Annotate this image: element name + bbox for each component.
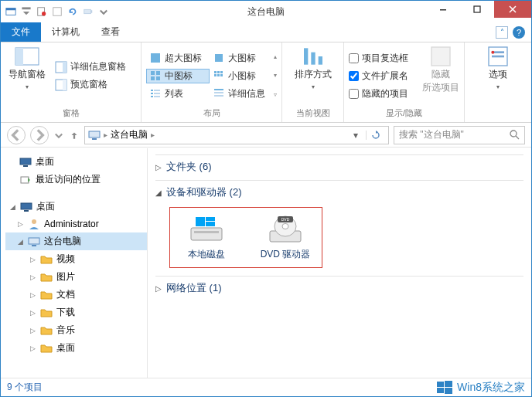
folder-icon [40, 324, 53, 337]
desktop-icon [20, 201, 32, 213]
drive-dvd[interactable]: DVD DVD 驱动器 [257, 214, 314, 261]
hidden-items-toggle[interactable]: 隐藏的项目 [349, 87, 422, 101]
file-extensions-toggle[interactable]: 文件扩展名 [349, 69, 422, 83]
expand-icon[interactable]: ◢ [9, 203, 16, 211]
hidden-items-checkbox[interactable] [349, 89, 359, 99]
expand-icon[interactable]: ▷ [29, 327, 36, 334]
svg-rect-49 [23, 165, 28, 167]
folder-icon [40, 342, 53, 355]
layout-large-button[interactable]: 大图标 [210, 51, 273, 66]
devices-highlight-box: 本地磁盘 DVD DVD 驱动器 [169, 207, 322, 268]
tree-folder-desktop[interactable]: ▷ 桌面 [5, 339, 147, 357]
ribbon-group-panes: 导航窗格 ▾ 详细信息窗格 预览窗格 窗格 [1, 42, 142, 122]
qat-dropdown-icon[interactable] [19, 5, 33, 19]
file-extensions-checkbox[interactable] [349, 71, 359, 81]
section-folders[interactable]: ▷ 文件夹 (6) [155, 155, 523, 178]
minimize-button[interactable] [426, 1, 460, 18]
tree-administrator[interactable]: ▷ Administrator [5, 215, 147, 232]
address-bar[interactable]: ▸ 这台电脑 ▸ ▾ [84, 126, 389, 144]
tree-this-pc[interactable]: ◢ 这台电脑 [5, 232, 147, 250]
ribbon-group-layout: 超大图标 中图标 列表 大图标 小图标 [142, 42, 282, 122]
svg-rect-48 [20, 158, 31, 165]
expand-icon[interactable]: ▷ [29, 309, 36, 317]
refresh-button[interactable] [366, 131, 385, 140]
layout-details-button[interactable]: 详细信息 [210, 87, 273, 101]
main-area: 桌面 最近访问的位置 ◢ 桌面 ▷ Administrator ◢ 这台电脑 ▷… [1, 148, 531, 378]
sort-by-icon [301, 47, 326, 66]
up-button[interactable] [69, 126, 80, 144]
options-button[interactable]: 选项 ▾ [476, 46, 520, 108]
expand-icon[interactable]: ▷ [29, 256, 36, 263]
expand-icon[interactable]: ▷ [29, 273, 36, 281]
ribbon-group-layout-label: 布局 [146, 106, 277, 122]
close-button[interactable] [494, 1, 531, 18]
layout-extra-large-button[interactable]: 超大图标 [146, 51, 210, 66]
tree-downloads[interactable]: ▷ 下载 [5, 304, 147, 321]
qat-properties-icon[interactable] [35, 5, 49, 19]
forward-button[interactable] [30, 126, 49, 144]
quick-access-toolbar [1, 5, 111, 19]
tab-computer[interactable]: 计算机 [41, 22, 90, 42]
list-icon [149, 87, 162, 100]
recent-icon [19, 174, 32, 186]
back-button[interactable] [7, 126, 26, 144]
layout-small-button[interactable]: 小图标 [210, 69, 273, 83]
navigation-pane-button[interactable]: 导航窗格 ▾ [5, 46, 49, 106]
svg-rect-66 [437, 382, 444, 387]
collapse-ribbon-button[interactable]: ˄ [496, 26, 508, 39]
qat-redo-icon[interactable] [81, 5, 95, 19]
navigation-pane-icon [15, 47, 39, 66]
expand-icon[interactable]: ▷ [29, 291, 36, 299]
details-pane-icon [55, 61, 67, 73]
recent-locations-button[interactable] [53, 126, 64, 144]
tree-documents[interactable]: ▷ 文档 [5, 286, 147, 304]
breadcrumb-separator-icon[interactable]: ▸ [104, 131, 107, 139]
breadcrumb-separator-icon[interactable]: ▸ [151, 131, 155, 139]
preview-pane-button[interactable]: 预览窗格 [52, 77, 129, 92]
section-devices[interactable]: ◢ 设备和驱动器 (2) [155, 181, 523, 204]
breadcrumb-root[interactable]: 这台电脑 [111, 128, 148, 141]
expand-icon[interactable]: ▷ [29, 344, 36, 352]
svg-text:DVD: DVD [281, 217, 290, 222]
section-network[interactable]: ▷ 网络位置 (1) [155, 277, 523, 300]
layout-scroll[interactable]: ▴▾▿ [272, 46, 277, 106]
search-box[interactable]: 搜索 "这台电脑" [394, 126, 525, 144]
item-checkboxes-toggle[interactable]: 项目复选框 [349, 51, 422, 66]
details-pane-button[interactable]: 详细信息窗格 [52, 59, 129, 74]
tab-view[interactable]: 查看 [90, 22, 131, 42]
details-icon [213, 87, 225, 100]
expand-icon[interactable]: ▷ [16, 220, 24, 228]
tree-quick-recent[interactable]: 最近访问的位置 [5, 171, 147, 188]
tree-desktop-root[interactable]: ◢ 桌面 [5, 198, 147, 215]
address-dropdown-icon[interactable]: ▾ [349, 130, 363, 141]
navigation-pane-label: 导航窗格 [9, 68, 46, 81]
layout-list-button[interactable]: 列表 [146, 87, 210, 101]
hide-selected-button[interactable]: 隐藏 所选项目 [422, 46, 459, 106]
expand-icon[interactable]: ◢ [16, 238, 24, 246]
help-button[interactable]: ? [513, 26, 525, 39]
status-item-count: 9 个项目 [7, 381, 43, 394]
svg-rect-7 [91, 10, 93, 13]
ribbon-group-current-view-label: 当前视图 [287, 106, 339, 122]
tree-pictures[interactable]: ▷ 图片 [5, 268, 147, 286]
svg-rect-5 [53, 8, 62, 16]
drive-local-disk[interactable]: 本地磁盘 [178, 214, 235, 261]
qat-undo-icon[interactable] [66, 5, 80, 19]
item-checkboxes-checkbox[interactable] [349, 53, 359, 63]
sort-by-button[interactable]: 排序方式 ▾ [292, 46, 335, 106]
qat-new-folder-icon[interactable] [50, 5, 64, 19]
maximize-button[interactable] [460, 1, 494, 18]
chevron-right-icon: ▷ [155, 163, 162, 171]
content-pane: ▷ 文件夹 (6) ◢ 设备和驱动器 (2) 本地磁盘 DVD DVD 驱动器 [148, 148, 531, 378]
ribbon-group-options: 选项 ▾ [465, 42, 531, 122]
tree-videos[interactable]: ▷ 视频 [5, 250, 147, 268]
tab-file[interactable]: 文件 [1, 22, 41, 42]
layout-medium-button[interactable]: 中图标 [146, 69, 210, 83]
search-icon[interactable] [510, 130, 520, 140]
svg-rect-40 [431, 47, 450, 66]
tree-quick-desktop[interactable]: 桌面 [5, 153, 147, 171]
qat-more-icon[interactable] [97, 5, 111, 19]
tree-music[interactable]: ▷ 音乐 [5, 321, 147, 339]
svg-point-44 [491, 51, 494, 54]
svg-rect-31 [214, 74, 217, 76]
